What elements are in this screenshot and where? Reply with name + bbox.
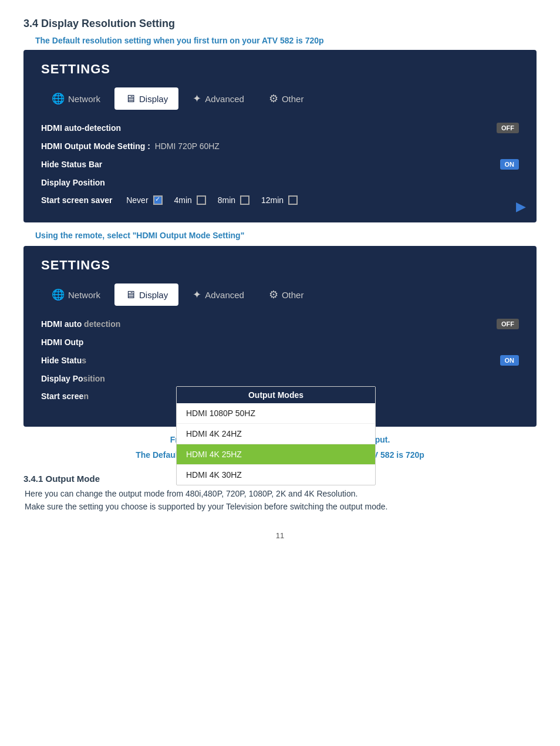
- tab-other-2[interactable]: ⚙ Other: [258, 283, 315, 306]
- start-scree-partial-2: Start screen: [41, 391, 89, 401]
- screensaver-12min-check-1[interactable]: [288, 195, 298, 205]
- dropdown-item-4k30[interactable]: HDMI 4K 30HZ: [177, 465, 375, 485]
- tab-advanced-label-1: Advanced: [205, 94, 244, 104]
- network-icon-1: 🌐: [52, 92, 65, 105]
- screensaver-8min-label-1: 8min: [218, 195, 235, 205]
- tab-bar-2: 🌐 Network 🖥 Display ✦ Advanced ⚙ Other: [41, 283, 519, 306]
- tab-advanced-2[interactable]: ✦ Advanced: [182, 283, 255, 306]
- section-341-body1: Here you can change the output mode from…: [25, 487, 537, 500]
- corner-icon-1: ▶: [516, 199, 526, 214]
- screensaver-12min-label-1: 12min: [261, 195, 284, 205]
- screensaver-never-check-1[interactable]: [153, 195, 163, 205]
- screensaver-never-label-1: Never: [126, 195, 148, 205]
- row-display-po-2: Display Position: [41, 374, 519, 383]
- tab-other-label-2: Other: [282, 290, 304, 300]
- row-hdmi-auto-2: HDMI auto detection OFF: [41, 319, 519, 329]
- row-hdmi-outp-2: HDMI Outp: [41, 337, 519, 347]
- section-341-body2: Make sure the setting you choose is supp…: [25, 500, 537, 513]
- settings-panel-2: SETTINGS 🌐 Network 🖥 Display ✦ Advanced …: [23, 246, 537, 427]
- caption-1: The Default resolution setting when you …: [35, 36, 537, 45]
- hide-status-toggle-1[interactable]: ON: [500, 159, 519, 170]
- hdmi-outp-partial-2: HDMI Outp: [41, 337, 83, 347]
- tab-display-label-2: Display: [139, 290, 168, 300]
- row-hide-statu-2: Hide Status ON: [41, 355, 519, 366]
- output-modes-dropdown: Output Modes HDMI 1080P 50HZ HDMI 4K 24H…: [176, 386, 376, 485]
- tab-other-label-1: Other: [282, 94, 304, 104]
- row-hdmi-auto-1: HDMI auto-detection OFF: [41, 123, 519, 133]
- display-icon-1: 🖥: [125, 93, 136, 105]
- hide-status-label-1: Hide Status Bar: [41, 160, 102, 169]
- tab-network-2[interactable]: 🌐 Network: [41, 283, 111, 306]
- screensaver-label-1: Start screen saver: [41, 195, 112, 205]
- hdmi-auto-partial-2: HDMI auto detection: [41, 319, 120, 329]
- tab-display-2[interactable]: 🖥 Display: [114, 283, 178, 306]
- hide-status-toggle-2[interactable]: ON: [500, 355, 519, 366]
- settings-title-1: SETTINGS: [41, 62, 519, 77]
- dropdown-item-1080p50[interactable]: HDMI 1080P 50HZ: [177, 403, 375, 424]
- screensaver-4min-label-1: 4min: [174, 195, 191, 205]
- tab-network-label-1: Network: [68, 94, 100, 104]
- other-icon-1: ⚙: [269, 92, 278, 105]
- tab-advanced-label-2: Advanced: [205, 290, 244, 300]
- section-title: 3.4 Display Resolution Setting: [23, 18, 537, 30]
- tab-display-label-1: Display: [139, 94, 168, 104]
- display-icon-2: 🖥: [125, 289, 136, 301]
- advanced-icon-1: ✦: [193, 92, 201, 105]
- hide-statu-partial-2: Hide Status: [41, 356, 86, 365]
- settings-body-2: HDMI auto detection OFF HDMI Outp Hide S…: [41, 319, 519, 401]
- advanced-icon-2: ✦: [193, 288, 201, 301]
- hdmi-output-label-1: HDMI Output Mode Setting : HDMI 720P 60H…: [41, 141, 220, 151]
- row-screensaver-1: Start screen saver Never 4min 8min 12min: [41, 195, 519, 205]
- dropdown-item-4k24[interactable]: HDMI 4K 24HZ: [177, 424, 375, 444]
- dropdown-title: Output Modes: [177, 387, 375, 403]
- row-hdmi-output-1: HDMI Output Mode Setting : HDMI 720P 60H…: [41, 141, 519, 151]
- settings-title-2: SETTINGS: [41, 258, 519, 273]
- settings-panel-1: SETTINGS 🌐 Network 🖥 Display ✦ Advanced …: [23, 50, 537, 222]
- display-position-label-1: Display Position: [41, 178, 105, 187]
- screensaver-4min-check-1[interactable]: [197, 195, 206, 205]
- caption-2: Using the remote, select "HDMI Output Mo…: [35, 231, 537, 240]
- hdmi-auto-toggle-2[interactable]: OFF: [497, 319, 519, 329]
- hdmi-auto-label-1: HDMI auto-detection: [41, 123, 121, 133]
- tab-network-label-2: Network: [68, 290, 100, 300]
- tab-bar-1: 🌐 Network 🖥 Display ✦ Advanced ⚙ Other: [41, 87, 519, 110]
- tab-network-1[interactable]: 🌐 Network: [41, 87, 111, 110]
- settings-body-1: HDMI auto-detection OFF HDMI Output Mode…: [41, 123, 519, 205]
- tab-advanced-1[interactable]: ✦ Advanced: [182, 87, 255, 110]
- hdmi-auto-toggle-1[interactable]: OFF: [497, 123, 519, 133]
- row-hide-status-1: Hide Status Bar ON: [41, 159, 519, 170]
- screensaver-8min-check-1[interactable]: [240, 195, 249, 205]
- page-number: 11: [23, 531, 537, 540]
- tab-display-1[interactable]: 🖥 Display: [114, 87, 178, 110]
- other-icon-2: ⚙: [269, 288, 278, 301]
- row-display-position-1: Display Position: [41, 178, 519, 187]
- dropdown-item-4k25[interactable]: HDMI 4K 25HZ: [177, 444, 375, 465]
- network-icon-2: 🌐: [52, 288, 65, 301]
- display-po-partial-2: Display Position: [41, 374, 105, 383]
- tab-other-1[interactable]: ⚙ Other: [258, 87, 315, 110]
- hdmi-output-value-1: HDMI 720P 60HZ: [155, 141, 220, 151]
